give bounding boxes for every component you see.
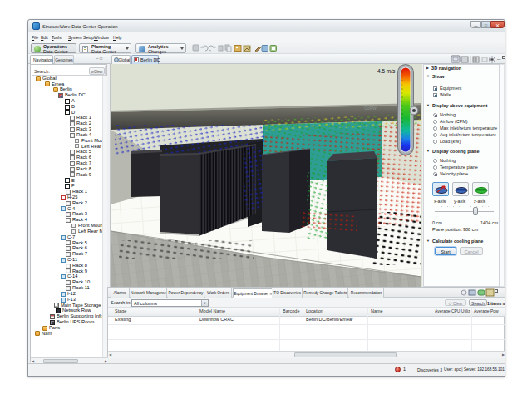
svg-text:4.5 m/s: 4.5 m/s: [377, 68, 396, 74]
svg-text:OcRW: OcRW: [364, 106, 377, 111]
svg-text:─: ─: [496, 57, 501, 62]
